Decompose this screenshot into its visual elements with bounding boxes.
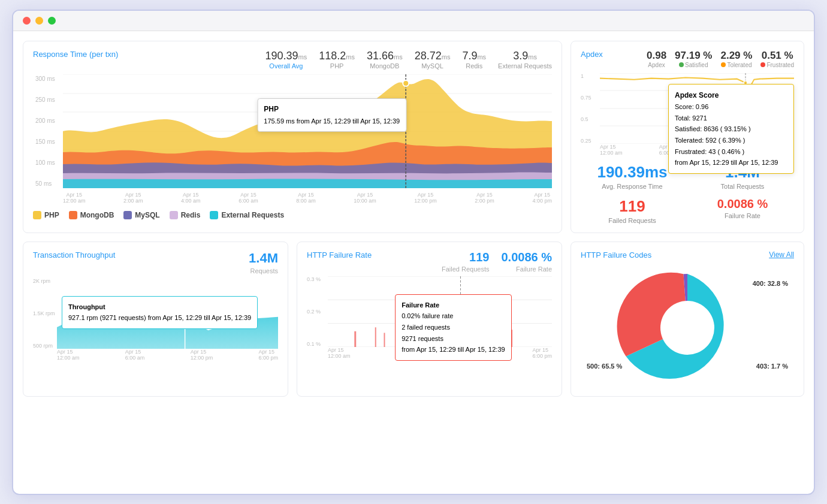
rt-svg-area: PHP 175.59 ms from Apr 15, 12:29 till Ap… [63,74,552,188]
php-tooltip-body: 175.59 ms from Apr 15, 12:29 till Apr 15… [264,116,400,127]
dashboard: Response Time (per txn) 190.39ms Overall… [13,31,814,406]
apdex-title: Apdex [581,50,603,59]
failure-rate-tooltip: Failure Rate 0.02% failure rate 2 failed… [395,294,511,361]
rt-overall-label: Overall Avg [265,62,307,70]
apdex-tooltip-period: from Apr 15, 12:29 till Apr 15, 12:39 [675,157,787,168]
legend-mongodb-dot [69,211,77,219]
rt-x-axis: Apr 1512:00 am Apr 152:00 am Apr 154:00 … [63,189,552,206]
throughput-tooltip: Throughput 927.1 rpm (9271 requests) fro… [62,296,258,329]
view-all-link[interactable]: View All [769,251,794,259]
failed-requests-metric: 119 Failed Requests [442,251,490,273]
rt-metric-mysql: 28.72ms MySQL [415,50,451,70]
throughput-panel: Transaction Throughput 1.4M Requests 2K … [23,242,288,397]
apdex-frustrated-value: 0.51 % [760,50,794,62]
failed-requests-stat: 119 Failed Requests [581,197,684,224]
failure-codes-panel: HTTP Failure Codes View All [571,242,804,397]
throughput-title: Transaction Throughput [33,251,115,259]
failed-req-label: Failed Requests [442,265,490,273]
rt-external-value: 3.9ms [498,50,552,62]
legend-mysql: MySQL [123,211,159,219]
throughput-y-axis: 2K rpm 1.5K rpm 500 rpm [33,278,57,349]
failure-rate-val-label: Failure Rate [501,265,552,273]
failure-codes-title: HTTP Failure Codes [581,251,651,259]
satisfied-dot [679,62,684,67]
rt-metric-external: 3.9ms External Requests [498,50,552,70]
apdex-score-label: Apdex [647,62,666,68]
failure-rate-val: 0.0086 % [501,251,552,264]
fr-tooltip-l3: 9271 requests [402,333,505,345]
rt-y-axis: 300 ms 250 ms 200 ms 150 ms 100 ms 50 ms [33,74,63,188]
throughput-chart: 2K rpm 1.5K rpm 500 rpm [33,278,278,362]
rt-redis-label: Redis [462,62,486,70]
rt-mysql-value: 28.72ms [415,50,451,62]
throughput-tooltip-title: Throughput [68,301,251,313]
apdex-tooltip-score: Score: 0.96 [675,101,787,113]
fr-tooltip-l1: 0.02% failure rate [402,310,505,322]
failure-rate-chart: 0.3 % 0.2 % 0.1 % [307,276,552,360]
rt-metric-mongodb: 31.66ms MongoDB [367,50,403,70]
rt-external-label: External Requests [498,62,552,70]
apdex-tooltip-frustrated: Frustrated: 43 ( 0.46% ) [675,146,787,158]
maximize-dot[interactable] [48,17,56,25]
rt-legend: PHP MongoDB MySQL Redis External Request… [33,211,552,219]
pie-chart: 400: 32.8 % 500: 65.5 % 403: 1.7 % [581,268,794,388]
legend-redis-label: Redis [181,211,201,219]
legend-mysql-label: MySQL [135,211,159,219]
fr-svg-wrap: Failure Rate 0.02% failure rate 2 failed… [328,276,552,347]
apdex-chart: 1 0.75 0.5 0.25 [581,73,794,157]
apdex-tooltip: Apdex Score Score: 0.96 Total: 9271 Sati… [668,84,794,174]
failure-rate-panel: HTTP Failure Rate 119 Failed Requests 0.… [297,242,562,397]
throughput-svg-wrap: Throughput 927.1 rpm (9271 requests) fro… [57,278,278,349]
rt-php-value: 118.2ms [319,50,355,62]
response-time-title: Response Time (per txn) [33,50,118,59]
apdex-tolerated-value: 2.29 % [720,50,752,62]
failed-requests-label: Failed Requests [581,217,684,224]
throughput-metric: 1.4M Requests [249,251,278,274]
failure-rate-metrics: 119 Failed Requests 0.0086 % Failure Rat… [442,251,552,273]
pie-svg [615,268,759,388]
rt-metric-redis: 7.9ms Redis [462,50,486,70]
failure-rate-stat: 0.0086 % Failure Rate [691,197,794,224]
svg-rect-24 [384,333,385,347]
rt-redis-value: 7.9ms [462,50,486,62]
total-requests-label: Total Requests [691,183,794,190]
apdex-metric-satisfied: 97.19 % Satisfied [675,50,712,68]
svg-point-37 [660,301,714,355]
pie-label-403: 403: 1.7 % [756,363,788,370]
apdex-tooltip-total: Total: 9271 [675,113,787,124]
php-tooltip-title: PHP [264,104,400,115]
legend-mysql-dot [123,211,132,219]
rt-metric-overall: 190.39ms Overall Avg [265,50,307,70]
legend-php-label: PHP [44,211,59,219]
apdex-tooltip-title: Apdex Score [675,89,787,101]
throughput-tooltip-body: 927.1 rpm (9271 requests) from Apr 15, 1… [68,312,251,324]
rt-mongodb-label: MongoDB [367,62,403,70]
failure-rate-value: 0.0086 % [691,197,794,211]
svg-point-8 [403,80,409,86]
titlebar [13,11,814,31]
rt-overall-value: 190.39ms [265,50,307,62]
apdex-panel: Apdex 0.98 Apdex 97.19 % Satisfied 2.29 … [571,41,804,233]
apdex-score-value: 0.98 [647,50,666,62]
apdex-svg-area: Apdex Score Score: 0.96 Total: 9271 Sati… [600,73,794,144]
pie-label-400: 400: 32.8 % [753,280,788,287]
failed-requests-value: 119 [581,197,684,216]
failure-codes-header: HTTP Failure Codes View All [581,251,794,262]
apdex-satisfied-value: 97.19 % [675,50,712,62]
apdex-tooltip-satisfied: Satisfied: 8636 ( 93.15% ) [675,123,787,135]
apdex-tooltip-tolerated: Tolerated: 592 ( 6.39% ) [675,135,787,146]
apdex-frustrated-label: Frustrated [760,62,794,68]
minimize-dot[interactable] [35,17,43,25]
fr-y-axis: 0.3 % 0.2 % 0.1 % [307,276,328,347]
fr-tooltip-l2: 2 failed requests [402,322,505,333]
close-dot[interactable] [23,17,31,25]
rt-php-label: PHP [319,62,355,70]
throughput-value: 1.4M [249,251,278,266]
rt-mysql-label: MySQL [415,62,451,70]
rt-metrics: 190.39ms Overall Avg 118.2ms PHP 31.66ms… [265,50,552,70]
php-tooltip: PHP 175.59 ms from Apr 15, 12:29 till Ap… [257,98,406,132]
frustrated-dot [760,62,765,67]
response-time-chart: 300 ms 250 ms 200 ms 150 ms 100 ms 50 ms [33,74,552,206]
legend-redis: Redis [170,211,201,219]
apdex-tolerated-label: Tolerated [720,62,752,68]
